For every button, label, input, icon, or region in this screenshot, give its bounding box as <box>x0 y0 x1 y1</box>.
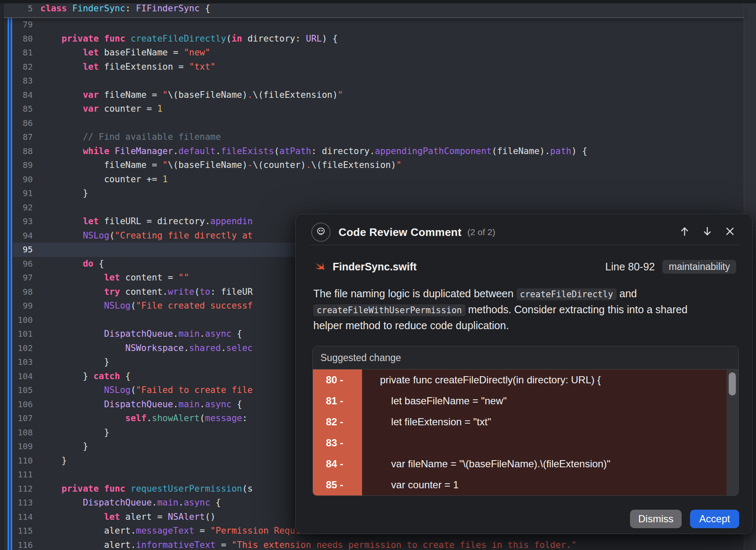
diff-code-text: let fileExtension = "txt" <box>362 411 738 432</box>
diff-row: 85 - var counter = 1 <box>313 474 738 495</box>
code-review-dialog: Code Review Comment (2 of 2) <box>295 214 753 534</box>
diff-scrollbar-track[interactable] <box>727 369 738 495</box>
line-number: 102 <box>0 341 33 356</box>
dialog-actions: Dismiss Accept <box>296 510 752 528</box>
line-code: } <box>40 186 88 201</box>
comment-counter: (2 of 2) <box>467 227 496 237</box>
line-number: 90 <box>0 173 33 187</box>
line-code: self.showAlert(message: <box>40 411 247 426</box>
line-code: let fileExtension = "txt" <box>40 60 215 74</box>
code-line[interactable]: 80 private func createFileDirectly(in di… <box>0 32 744 46</box>
diff-scrollbar-thumb[interactable] <box>729 372 736 395</box>
line-code: NSWorkspace.shared.selec <box>40 341 253 356</box>
line-code: fileName = "\(baseFileName)-\(counter).\… <box>40 158 402 173</box>
line-code: } <box>40 426 109 440</box>
line-code: var fileName = "\(baseFileName).\(fileEx… <box>40 88 343 102</box>
gutter-change-bar-2 <box>10 17 12 550</box>
line-number: 114 <box>0 510 33 524</box>
line-code: // Find available filename <box>40 130 221 144</box>
code-line[interactable]: 89 fileName = "\(baseFileName)-\(counter… <box>0 158 744 173</box>
code-line[interactable]: 83 <box>0 74 744 88</box>
line-number: 83 <box>0 74 33 88</box>
line-code: private func requestUserPermission(s <box>40 482 253 496</box>
code-line[interactable]: 116 alert.informativeText = "This extens… <box>0 538 744 550</box>
diff-line-number: 82 - <box>313 411 362 432</box>
line-number: 79 <box>0 18 33 32</box>
line-code: DispatchQueue.main.async { <box>40 496 221 510</box>
line-code: DispatchQueue.main.async { <box>40 398 242 412</box>
line-code: while FileManager.default.fileExists(atP… <box>40 144 587 159</box>
line-number: 80 <box>0 32 33 46</box>
dismiss-button[interactable]: Dismiss <box>630 510 682 528</box>
line-number: 88 <box>0 144 33 159</box>
diff-code-text: private func createFileDirectly(in direc… <box>362 369 738 390</box>
diff-line-number: 85 - <box>313 474 362 495</box>
bot-avatar <box>311 223 331 242</box>
code-line[interactable]: 90 counter += 1 <box>0 173 744 187</box>
dialog-header: Code Review Comment (2 of 2) <box>311 223 736 242</box>
line-number: 106 <box>0 398 33 412</box>
comment-text: methods. Consider extracting this into a… <box>465 304 688 315</box>
accept-button[interactable]: Accept <box>690 510 739 528</box>
diff-row: 80 - private func createFileDirectly(in … <box>313 369 738 390</box>
line-number: 93 <box>0 215 33 229</box>
diff-row: 81 - let baseFileName = "new" <box>313 390 738 411</box>
code-line[interactable]: 81 let baseFileName = "new" <box>0 46 744 60</box>
line-code: let alert = NSAlert() <box>40 510 215 524</box>
line-number: 97 <box>0 271 33 285</box>
dialog-nav <box>678 226 736 238</box>
line-number: 113 <box>0 496 33 510</box>
line-number: 116 <box>0 538 33 550</box>
line-code: NSLog("File created successf <box>40 299 253 313</box>
line-number: 107 <box>0 411 33 426</box>
line-number: 110 <box>0 454 33 468</box>
line-number: 98 <box>0 285 33 299</box>
line-code: counter += 1 <box>40 173 168 187</box>
next-comment-button[interactable] <box>701 226 714 238</box>
diff-view: 80 - private func createFileDirectly(in … <box>313 369 738 495</box>
diff-row: 83 - <box>313 432 738 453</box>
code-line[interactable]: 86 <box>0 116 744 131</box>
review-comment-text: The file naming logic is duplicated betw… <box>313 285 727 333</box>
line-code: var counter = 1 <box>40 102 163 116</box>
line-code: alert.informativeText = "This extension … <box>40 538 577 550</box>
comment-text: The file naming logic is duplicated betw… <box>313 288 517 299</box>
swift-icon <box>311 259 326 275</box>
sticky-scope-header[interactable]: 5 class FinderSync: FIFinderSync { <box>0 3 744 18</box>
line-number: 87 <box>0 130 33 144</box>
file-name: FinderSync.swift <box>333 261 417 273</box>
diff-line-number: 81 - <box>313 390 362 411</box>
diff-code-text: var fileName = "\(baseFileName).\(fileEx… <box>362 453 738 474</box>
code-editor-screen: 7980 private func createFileDirectly(in … <box>0 0 756 550</box>
comment-text: and <box>617 288 637 299</box>
line-code: } <box>40 440 88 454</box>
diff-row: 84 - var fileName = "\(baseFileName).\(f… <box>313 453 738 474</box>
line-code: } <box>40 355 109 369</box>
line-number: 105 <box>0 383 33 398</box>
code-line[interactable]: 92 <box>0 201 744 215</box>
line-number: 115 <box>0 524 33 538</box>
line-code: try content.write(to: fileUR <box>40 285 253 299</box>
line-number: 82 <box>0 60 33 74</box>
code-line[interactable]: 84 var fileName = "\(baseFileName).\(fil… <box>0 88 744 102</box>
line-number: 108 <box>0 426 33 440</box>
code-line[interactable]: 91 } <box>0 186 744 201</box>
file-row: FinderSync.swift Line 80-92 maintainabil… <box>311 254 736 279</box>
line-range: Line 80-92 <box>605 261 655 273</box>
prev-comment-button[interactable] <box>678 226 691 238</box>
code-line[interactable]: 88 while FileManager.default.fileExists(… <box>0 144 744 159</box>
up-arrow-icon <box>679 225 690 239</box>
inline-code: createFileWithUserPermission <box>313 304 465 316</box>
code-line[interactable]: 79 <box>0 18 744 32</box>
line-number: 112 <box>0 482 33 496</box>
close-button[interactable] <box>724 226 736 238</box>
line-code: } <box>40 454 67 468</box>
code-line[interactable]: 82 let fileExtension = "txt" <box>0 60 744 74</box>
line-number: 91 <box>0 186 33 201</box>
code-line[interactable]: 85 var counter = 1 <box>0 102 744 116</box>
line-code: let content = "" <box>40 271 189 285</box>
code-line[interactable]: 87 // Find available filename <box>0 130 744 144</box>
line-code: let baseFileName = "new" <box>40 46 210 60</box>
line-code: NSLog("Failed to create file <box>40 383 253 398</box>
line-number: 85 <box>0 102 33 116</box>
